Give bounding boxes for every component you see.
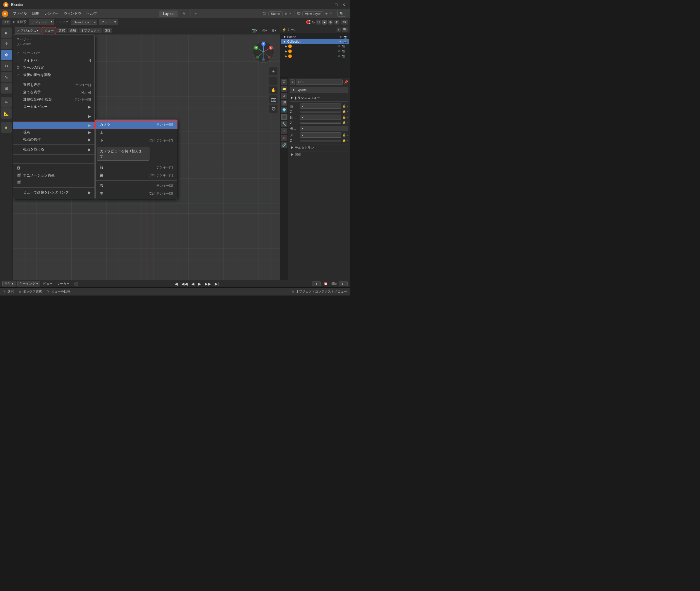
- props-pin-icon[interactable]: 📌: [344, 80, 348, 84]
- keying-dropdown[interactable]: キーイング ▾: [17, 281, 40, 286]
- prop-tab-output[interactable]: 📁: [281, 86, 288, 92]
- gis-menu-button[interactable]: GIS: [103, 28, 112, 33]
- camera-button[interactable]: 📷: [269, 95, 277, 104]
- navigation-gizmo[interactable]: Z X Y: [252, 40, 275, 64]
- mode-dropdown[interactable]: ▾: [300, 126, 348, 131]
- zoom-out-button[interactable]: -: [269, 77, 277, 85]
- collection-eye-icon[interactable]: 👁: [339, 40, 342, 43]
- obj3-eye-icon[interactable]: 👁: [338, 55, 341, 58]
- drag-mode-dropdown[interactable]: Select Box ▾: [71, 19, 98, 25]
- viewport-gizmo-icon[interactable]: ⊕▾: [270, 28, 278, 33]
- snap-icon[interactable]: 🧲: [306, 20, 311, 24]
- prop-tab-object[interactable]: ⬛: [281, 114, 288, 120]
- obj1-eye-icon[interactable]: 👁: [338, 45, 341, 48]
- area-item[interactable]: ☐ ビューで画像をレンダリング ▶: [13, 189, 94, 196]
- coord-system-dropdown[interactable]: デフォルト ▾: [29, 19, 54, 25]
- rot-z-lock[interactable]: 🔒: [342, 121, 346, 125]
- zoom-in-button[interactable]: +: [269, 67, 277, 75]
- maximize-button[interactable]: □: [333, 1, 339, 8]
- props-search-input[interactable]: Exp...: [296, 79, 343, 85]
- close-button[interactable]: ✕: [341, 1, 347, 8]
- show-all-item[interactable]: ☐ 全てを表示 [Home]: [13, 88, 94, 96]
- obj2-cam-icon[interactable]: 📷: [342, 50, 345, 53]
- right-view-item[interactable]: 右 テンキー[3]: [96, 182, 177, 190]
- prop-tab-world[interactable]: 🌍: [281, 107, 288, 113]
- outliner-collection-row[interactable]: ▼ Collection 👁 📷: [281, 39, 349, 44]
- outliner-search-btn[interactable]: 🔍: [342, 27, 348, 32]
- loc-z-lock[interactable]: 🔒: [342, 110, 346, 113]
- props-filter-icon[interactable]: ▾: [290, 79, 295, 85]
- obj3-cam-icon[interactable]: 📷: [342, 55, 345, 58]
- transform-tool[interactable]: ⊞: [1, 83, 12, 93]
- cursor-tool[interactable]: ✛: [1, 39, 12, 49]
- view-menu-button[interactable]: ビュー: [43, 28, 56, 33]
- pan-button[interactable]: ✋: [269, 86, 277, 94]
- workspace-tab-layout[interactable]: Layout: [159, 10, 178, 17]
- outliner-obj2-row[interactable]: ▶ 🟠 👁 📷: [281, 49, 349, 54]
- mode-selector[interactable]: ⊕ ▾: [2, 19, 10, 24]
- obj1-cam-icon[interactable]: 📷: [342, 45, 345, 48]
- search-icon[interactable]: 🔍: [337, 11, 346, 17]
- menu-render[interactable]: レンダー: [42, 10, 61, 17]
- move-icon[interactable]: ✥: [12, 20, 15, 24]
- scene-cam-icon[interactable]: 📷: [343, 36, 347, 39]
- toolbar-toggle[interactable]: ☑ ツールバー T: [13, 49, 94, 57]
- proportional-icon[interactable]: ⊙: [312, 20, 315, 24]
- view-region-item[interactable]: ☐ 視点を揃える ▶: [13, 146, 94, 153]
- playback-dropdown[interactable]: 再生 ▾: [2, 281, 15, 286]
- measure-tool[interactable]: 📐: [1, 108, 12, 119]
- render-anim-item[interactable]: 🎬 アニメーション再生: [13, 172, 94, 179]
- tool-settings-toggle[interactable]: ☑ ツールの設定: [13, 64, 94, 71]
- scene-new[interactable]: ⊕: [284, 12, 287, 15]
- menu-file[interactable]: ファイル: [10, 10, 29, 17]
- top-view-item[interactable]: 上: [96, 129, 177, 136]
- render-image-item[interactable]: 🖼: [13, 165, 94, 172]
- shading-material[interactable]: ◑: [328, 19, 333, 24]
- menu-help[interactable]: ヘルプ: [84, 10, 100, 17]
- obj2-eye-icon[interactable]: 👁: [338, 50, 341, 53]
- rot-y-input[interactable]: Y: [300, 115, 341, 120]
- left-view-item[interactable]: 左 [Ctrl] テンキー[3]: [96, 190, 177, 198]
- outliner-obj3-row[interactable]: ▶ 🟠 👁 📷: [281, 54, 349, 59]
- shading-rendered[interactable]: ◐: [334, 19, 339, 24]
- blender-menu-logo[interactable]: [2, 10, 8, 17]
- prop-tab-particles[interactable]: ✦: [281, 128, 288, 134]
- object-menu-button[interactable]: オブジェクト: [79, 28, 102, 33]
- prop-tab-render[interactable]: 🖼: [281, 79, 288, 85]
- add-cube-tool[interactable]: ■: [1, 122, 12, 133]
- persp-ortho-item[interactable]: ☐ 透視投影/平行投影 テンキー[5]: [13, 96, 94, 103]
- prev-key-btn[interactable]: ◀◀: [180, 281, 189, 287]
- viewport-camera-icon[interactable]: 📷▾: [250, 28, 259, 33]
- scale-y-input[interactable]: Y: [300, 132, 341, 138]
- show-selection-item[interactable]: ☐ 選択を表示 テンキー[.]: [13, 81, 94, 88]
- prop-tab-scene[interactable]: 🎬: [281, 100, 288, 106]
- prop-tab-view-layer[interactable]: 🗂: [281, 93, 288, 99]
- workspace-tab-mi[interactable]: Mi: [178, 10, 191, 17]
- viewpoint-ops-item[interactable]: ☐ 視点 ▶: [13, 129, 94, 136]
- add-menu-button[interactable]: 追加: [68, 28, 78, 33]
- anim-play-item[interactable]: ☐: [13, 156, 94, 162]
- select-tool[interactable]: ▶: [1, 27, 12, 38]
- camera-settings-item[interactable]: ☐ ▶: [13, 113, 94, 120]
- menu-window[interactable]: ウィンドウ: [61, 10, 84, 17]
- image-button[interactable]: 🖼: [269, 105, 277, 113]
- jump-end-btn[interactable]: ▶|: [213, 281, 220, 287]
- snap-dropdown[interactable]: グロー... ▾: [99, 19, 118, 25]
- bottom-view-item[interactable]: 下 [Ctrl] テンキー[7]: [96, 136, 177, 144]
- scale-z-input[interactable]: [300, 140, 341, 141]
- scale-tool[interactable]: ⤡: [1, 72, 12, 82]
- viewport[interactable]: オブジェク... ▾ ビュー 選択 追加 オブジェクト GIS 📷▾ ◎▾ ⊕▾…: [13, 26, 280, 280]
- viewpoint-item[interactable]: ☐ ▶: [13, 122, 94, 129]
- render-keyframe-item[interactable]: 🎬: [13, 179, 94, 186]
- obj-mode-selector[interactable]: オブジェク... ▾: [15, 27, 41, 34]
- sidebar-toggle[interactable]: ☐ サイドバー N: [13, 57, 94, 64]
- current-frame-input[interactable]: 1: [312, 281, 321, 286]
- rotate-tool[interactable]: ↻: [1, 61, 12, 71]
- select-menu-button[interactable]: 選択: [57, 28, 67, 33]
- end-frame-input[interactable]: 1: [339, 281, 348, 286]
- view-layer-new[interactable]: ⊕: [325, 12, 328, 15]
- shading-solid[interactable]: ●: [322, 20, 327, 24]
- rot-y-lock[interactable]: 🔒: [342, 116, 346, 119]
- next-frame-btn[interactable]: ▶▶: [203, 281, 212, 287]
- prev-frame-btn[interactable]: ◀: [190, 281, 196, 287]
